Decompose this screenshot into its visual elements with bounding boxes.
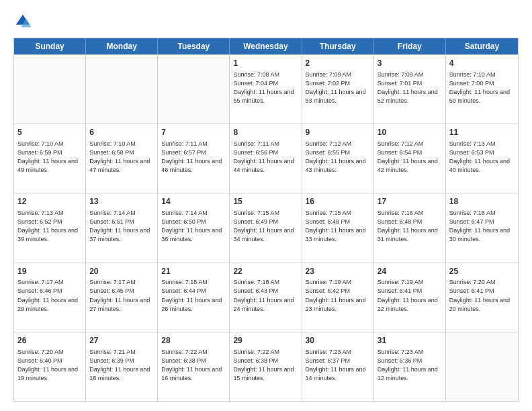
calendar-cell: 9Sunrise: 7:12 AM Sunset: 6:55 PM Daylig… xyxy=(302,124,374,193)
day-number: 14 xyxy=(161,196,226,208)
day-number: 8 xyxy=(233,127,298,138)
day-info: Sunrise: 7:16 AM Sunset: 6:47 PM Dayligh… xyxy=(449,209,515,244)
calendar-row-5: 26Sunrise: 7:20 AM Sunset: 6:40 PM Dayli… xyxy=(14,332,518,401)
calendar-cell: 8Sunrise: 7:11 AM Sunset: 6:56 PM Daylig… xyxy=(230,124,302,193)
day-number: 5 xyxy=(17,127,82,138)
day-number: 10 xyxy=(378,127,442,138)
day-info: Sunrise: 7:10 AM Sunset: 6:59 PM Dayligh… xyxy=(17,140,82,175)
day-info: Sunrise: 7:14 AM Sunset: 6:51 PM Dayligh… xyxy=(89,209,154,244)
calendar-cell: 4Sunrise: 7:10 AM Sunset: 7:00 PM Daylig… xyxy=(446,55,518,124)
calendar-cell: 17Sunrise: 7:16 AM Sunset: 6:48 PM Dayli… xyxy=(374,193,446,262)
calendar-cell: 1Sunrise: 7:08 AM Sunset: 7:04 PM Daylig… xyxy=(230,55,302,124)
weekday-header-monday: Monday xyxy=(86,38,158,54)
header xyxy=(13,12,519,31)
day-number: 27 xyxy=(89,335,154,347)
day-number: 3 xyxy=(378,58,442,69)
day-info: Sunrise: 7:09 AM Sunset: 7:02 PM Dayligh… xyxy=(306,71,370,105)
day-info: Sunrise: 7:18 AM Sunset: 6:43 PM Dayligh… xyxy=(233,278,298,313)
day-info: Sunrise: 7:22 AM Sunset: 6:38 PM Dayligh… xyxy=(161,348,226,383)
day-number: 13 xyxy=(89,196,154,208)
day-info: Sunrise: 7:12 AM Sunset: 6:55 PM Dayligh… xyxy=(306,140,370,175)
calendar-cell: 14Sunrise: 7:14 AM Sunset: 6:50 PM Dayli… xyxy=(158,193,230,262)
calendar-cell: 25Sunrise: 7:20 AM Sunset: 6:41 PM Dayli… xyxy=(446,263,518,332)
weekday-header-sunday: Sunday xyxy=(14,38,86,54)
calendar-cell xyxy=(446,332,518,401)
logo-icon xyxy=(13,12,32,31)
day-number: 30 xyxy=(306,335,370,347)
day-info: Sunrise: 7:11 AM Sunset: 6:56 PM Dayligh… xyxy=(233,140,298,175)
day-info: Sunrise: 7:18 AM Sunset: 6:44 PM Dayligh… xyxy=(161,278,226,313)
day-info: Sunrise: 7:19 AM Sunset: 6:42 PM Dayligh… xyxy=(306,278,370,313)
calendar-cell: 6Sunrise: 7:10 AM Sunset: 6:58 PM Daylig… xyxy=(86,124,158,193)
calendar-cell: 18Sunrise: 7:16 AM Sunset: 6:47 PM Dayli… xyxy=(446,193,518,262)
calendar-cell: 7Sunrise: 7:11 AM Sunset: 6:57 PM Daylig… xyxy=(158,124,230,193)
day-number: 23 xyxy=(306,266,370,277)
day-number: 4 xyxy=(449,58,515,69)
day-number: 25 xyxy=(449,266,515,277)
day-info: Sunrise: 7:21 AM Sunset: 6:39 PM Dayligh… xyxy=(89,348,154,383)
day-number: 7 xyxy=(161,127,226,138)
calendar-cell: 26Sunrise: 7:20 AM Sunset: 6:40 PM Dayli… xyxy=(14,332,86,401)
calendar-cell: 27Sunrise: 7:21 AM Sunset: 6:39 PM Dayli… xyxy=(86,332,158,401)
day-info: Sunrise: 7:23 AM Sunset: 6:36 PM Dayligh… xyxy=(378,348,442,383)
day-number: 12 xyxy=(17,196,82,208)
day-info: Sunrise: 7:19 AM Sunset: 6:41 PM Dayligh… xyxy=(378,278,442,313)
day-info: Sunrise: 7:17 AM Sunset: 6:45 PM Dayligh… xyxy=(89,278,154,313)
day-info: Sunrise: 7:13 AM Sunset: 6:53 PM Dayligh… xyxy=(449,140,515,175)
day-number: 1 xyxy=(233,58,298,69)
day-number: 11 xyxy=(449,127,515,138)
logo xyxy=(13,12,35,31)
weekday-header-friday: Friday xyxy=(374,38,446,54)
day-number: 17 xyxy=(378,196,442,208)
calendar-cell: 23Sunrise: 7:19 AM Sunset: 6:42 PM Dayli… xyxy=(302,263,374,332)
weekday-header-wednesday: Wednesday xyxy=(230,38,302,54)
day-info: Sunrise: 7:15 AM Sunset: 6:49 PM Dayligh… xyxy=(233,209,298,244)
calendar-row-1: 1Sunrise: 7:08 AM Sunset: 7:04 PM Daylig… xyxy=(14,54,518,124)
day-info: Sunrise: 7:20 AM Sunset: 6:41 PM Dayligh… xyxy=(449,278,515,313)
calendar-cell: 11Sunrise: 7:13 AM Sunset: 6:53 PM Dayli… xyxy=(446,124,518,193)
calendar-cell xyxy=(14,55,86,124)
day-info: Sunrise: 7:12 AM Sunset: 6:54 PM Dayligh… xyxy=(378,140,442,175)
day-number: 15 xyxy=(233,196,298,208)
calendar-row-4: 19Sunrise: 7:17 AM Sunset: 6:46 PM Dayli… xyxy=(14,263,518,332)
calendar-body: 1Sunrise: 7:08 AM Sunset: 7:04 PM Daylig… xyxy=(14,54,518,401)
day-info: Sunrise: 7:10 AM Sunset: 6:58 PM Dayligh… xyxy=(89,140,154,175)
calendar-cell: 22Sunrise: 7:18 AM Sunset: 6:43 PM Dayli… xyxy=(230,263,302,332)
calendar-cell: 2Sunrise: 7:09 AM Sunset: 7:02 PM Daylig… xyxy=(302,55,374,124)
day-info: Sunrise: 7:13 AM Sunset: 6:52 PM Dayligh… xyxy=(17,209,82,244)
day-info: Sunrise: 7:08 AM Sunset: 7:04 PM Dayligh… xyxy=(233,71,298,105)
day-info: Sunrise: 7:20 AM Sunset: 6:40 PM Dayligh… xyxy=(17,348,82,383)
calendar-cell: 31Sunrise: 7:23 AM Sunset: 6:36 PM Dayli… xyxy=(374,332,446,401)
day-info: Sunrise: 7:17 AM Sunset: 6:46 PM Dayligh… xyxy=(17,278,82,313)
day-number: 29 xyxy=(233,335,298,347)
calendar-cell xyxy=(158,55,230,124)
calendar-cell: 12Sunrise: 7:13 AM Sunset: 6:52 PM Dayli… xyxy=(14,193,86,262)
calendar-cell: 20Sunrise: 7:17 AM Sunset: 6:45 PM Dayli… xyxy=(86,263,158,332)
calendar-cell: 10Sunrise: 7:12 AM Sunset: 6:54 PM Dayli… xyxy=(374,124,446,193)
calendar-cell: 16Sunrise: 7:15 AM Sunset: 6:48 PM Dayli… xyxy=(302,193,374,262)
day-info: Sunrise: 7:22 AM Sunset: 6:38 PM Dayligh… xyxy=(233,348,298,383)
day-info: Sunrise: 7:14 AM Sunset: 6:50 PM Dayligh… xyxy=(161,209,226,244)
day-number: 2 xyxy=(306,58,370,69)
calendar-cell xyxy=(86,55,158,124)
day-number: 6 xyxy=(89,127,154,138)
day-number: 19 xyxy=(17,266,82,277)
day-number: 18 xyxy=(449,196,515,208)
day-number: 20 xyxy=(89,266,154,277)
calendar-row-2: 5Sunrise: 7:10 AM Sunset: 6:59 PM Daylig… xyxy=(14,124,518,193)
day-info: Sunrise: 7:09 AM Sunset: 7:01 PM Dayligh… xyxy=(378,71,442,105)
calendar-cell: 19Sunrise: 7:17 AM Sunset: 6:46 PM Dayli… xyxy=(14,263,86,332)
day-number: 28 xyxy=(161,335,226,347)
calendar-cell: 21Sunrise: 7:18 AM Sunset: 6:44 PM Dayli… xyxy=(158,263,230,332)
day-number: 22 xyxy=(233,266,298,277)
calendar-cell: 30Sunrise: 7:23 AM Sunset: 6:37 PM Dayli… xyxy=(302,332,374,401)
calendar-cell: 3Sunrise: 7:09 AM Sunset: 7:01 PM Daylig… xyxy=(374,55,446,124)
day-number: 9 xyxy=(306,127,370,138)
day-info: Sunrise: 7:10 AM Sunset: 7:00 PM Dayligh… xyxy=(449,71,515,105)
calendar-cell: 29Sunrise: 7:22 AM Sunset: 6:38 PM Dayli… xyxy=(230,332,302,401)
day-number: 16 xyxy=(306,196,370,208)
calendar-cell: 5Sunrise: 7:10 AM Sunset: 6:59 PM Daylig… xyxy=(14,124,86,193)
calendar-cell: 15Sunrise: 7:15 AM Sunset: 6:49 PM Dayli… xyxy=(230,193,302,262)
calendar-cell: 13Sunrise: 7:14 AM Sunset: 6:51 PM Dayli… xyxy=(86,193,158,262)
day-info: Sunrise: 7:23 AM Sunset: 6:37 PM Dayligh… xyxy=(306,348,370,383)
